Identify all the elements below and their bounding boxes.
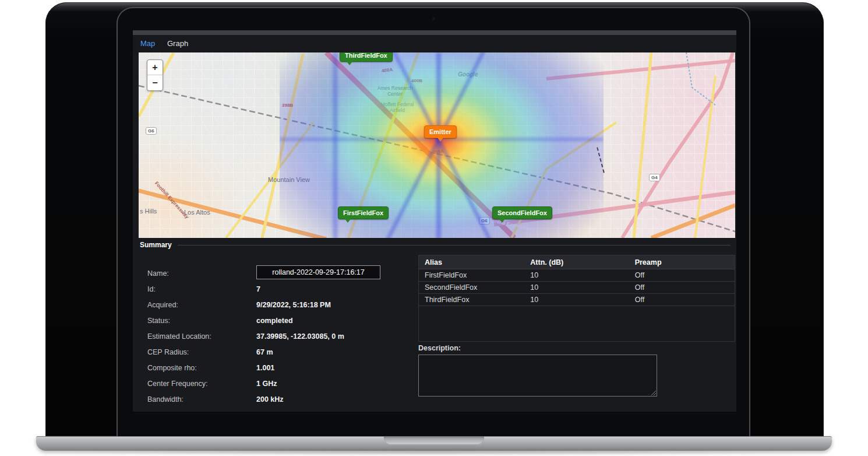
field-label: Center Frequency: xyxy=(147,380,208,388)
tab-bar: Map Graph xyxy=(133,35,736,52)
map-city-label: s Hills xyxy=(140,208,157,215)
field-row-center-frequency: Center Frequency: 1 GHz xyxy=(147,380,404,389)
table-row[interactable]: SecondFieldFox 10 Off xyxy=(419,282,735,294)
summary-title: Summary xyxy=(140,241,172,249)
description-label: Description: xyxy=(418,344,461,352)
marker-secondfieldfox[interactable]: SecondFieldFox xyxy=(492,206,552,219)
cell-attn: 10 xyxy=(524,283,629,292)
map-view[interactable]: Mountain View Los Altos s Hills Ames Res… xyxy=(139,52,735,238)
table-row[interactable]: FirstFieldFox 10 Off xyxy=(419,269,735,282)
road-badge: G4 xyxy=(649,174,660,181)
heatmap-overlay xyxy=(280,52,604,238)
field-label: Id: xyxy=(147,285,156,293)
summary-divider xyxy=(178,245,731,245)
sensor-table: Alias Attn. (dB) Preamp FirstFieldFox 10… xyxy=(418,255,735,342)
cell-alias: SecondFieldFox xyxy=(419,283,524,292)
field-label: Estimated Location: xyxy=(147,332,211,341)
description-textarea[interactable] xyxy=(418,355,657,397)
table-row[interactable]: ThirdFieldFox 10 Off xyxy=(419,294,735,306)
field-row-status: Status: completed xyxy=(147,317,404,326)
field-label: Acquired: xyxy=(147,301,178,309)
field-value: completed xyxy=(256,317,293,325)
column-header-attn: Attn. (dB) xyxy=(524,258,629,266)
zoom-out-button[interactable]: − xyxy=(147,75,163,90)
marker-firstfieldfox[interactable]: FirstFieldFox xyxy=(338,206,389,219)
column-header-alias: Alias xyxy=(419,258,524,266)
field-row-estimated-location: Estimated Location: 37.39985, -122.03085… xyxy=(147,332,404,342)
webcam-dot xyxy=(432,17,435,20)
cell-preamp: Off xyxy=(629,283,735,292)
tdoa-ray xyxy=(333,52,338,238)
cell-alias: FirstFieldFox xyxy=(419,271,524,279)
tab-graph[interactable]: Graph xyxy=(167,39,188,48)
field-row-bandwidth: Bandwidth: 200 kHz xyxy=(147,395,404,405)
app-window: Map Graph xyxy=(133,30,736,412)
page: Map Graph xyxy=(0,0,868,456)
zoom-in-button[interactable]: + xyxy=(147,60,163,75)
field-row-acquired: Acquired: 9/29/2022, 5:16:18 PM xyxy=(147,301,404,310)
field-label: Composite rho: xyxy=(147,364,197,372)
cell-preamp: Off xyxy=(629,296,735,304)
field-value: 1.001 xyxy=(256,364,274,372)
laptop-shadow xyxy=(52,450,816,455)
field-row-name: Name: xyxy=(147,269,404,279)
field-value: 200 kHz xyxy=(256,395,284,404)
field-value: 1 GHz xyxy=(256,380,277,388)
field-row-id: Id: 7 xyxy=(147,285,404,294)
field-label: CEP Radius: xyxy=(147,348,189,356)
field-row-cep-radius: CEP Radius: 67 m xyxy=(147,348,404,357)
field-value: 67 m xyxy=(256,348,273,356)
field-value: 9/29/2022, 5:16:18 PM xyxy=(256,301,331,309)
summary-section-header: Summary xyxy=(140,241,731,249)
road-badge: G6 xyxy=(146,127,157,135)
window-title-strip xyxy=(133,30,736,35)
name-input[interactable] xyxy=(256,265,380,279)
field-label: Name: xyxy=(147,269,169,278)
cell-attn: 10 xyxy=(524,296,629,304)
field-label: Status: xyxy=(147,317,170,325)
field-value: 7 xyxy=(256,285,260,293)
cell-alias: ThirdFieldFox xyxy=(419,296,524,304)
field-label: Bandwidth: xyxy=(147,395,184,404)
sensor-table-header: Alias Attn. (dB) Preamp xyxy=(419,255,735,269)
field-row-composite-rho: Composite rho: 1.001 xyxy=(147,364,404,373)
cell-attn: 10 xyxy=(524,271,629,279)
field-value: 37.39985, -122.03085, 0 m xyxy=(256,332,344,341)
tab-map[interactable]: Map xyxy=(140,39,155,48)
marker-emitter[interactable]: Emitter xyxy=(424,125,457,138)
cell-preamp: Off xyxy=(629,271,735,279)
column-header-preamp: Preamp xyxy=(629,258,735,266)
laptop-base-notch xyxy=(384,436,484,444)
map-zoom-control: + − xyxy=(147,59,163,91)
marker-thirdfieldfox[interactable]: ThirdFieldFox xyxy=(340,52,393,62)
